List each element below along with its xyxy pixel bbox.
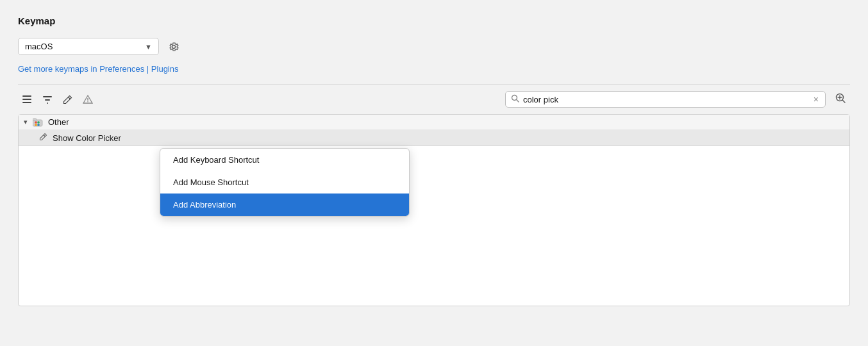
expand-all-icon xyxy=(22,94,32,104)
menu-item-add-abbreviation[interactable]: Add Abbreviation xyxy=(160,194,409,216)
svg-line-9 xyxy=(517,100,519,102)
svg-point-17 xyxy=(37,124,40,126)
clear-search-button[interactable]: × xyxy=(812,95,820,104)
tree-group-other[interactable]: ▾ Other xyxy=(19,115,849,130)
svg-rect-1 xyxy=(22,99,31,100)
collapse-all-button[interactable] xyxy=(38,92,56,107)
chevron-down-icon: ▾ xyxy=(24,118,28,126)
svg-point-16 xyxy=(35,124,37,126)
horizontal-divider xyxy=(18,84,850,85)
warning-icon xyxy=(83,94,93,104)
chevron-down-icon: ▼ xyxy=(145,43,152,51)
svg-rect-6 xyxy=(87,98,88,101)
keymap-selector-row: macOS ▼ xyxy=(18,38,850,55)
gear-icon xyxy=(168,41,179,53)
svg-point-8 xyxy=(512,95,517,101)
svg-rect-5 xyxy=(47,103,48,104)
svg-rect-4 xyxy=(45,99,50,101)
content-area: ▾ Other Show Color Picker Add Keyboard xyxy=(18,114,850,306)
expand-all-button[interactable] xyxy=(18,92,36,107)
menu-item-add-keyboard-shortcut[interactable]: Add Keyboard Shortcut xyxy=(160,149,409,171)
folder-icon xyxy=(33,118,43,127)
keymap-selected-value: macOS xyxy=(25,42,53,51)
svg-point-14 xyxy=(35,121,37,124)
search-input[interactable] xyxy=(523,95,808,104)
page-title: Keymap xyxy=(18,15,850,26)
tree-item-show-color-picker[interactable]: Show Color Picker xyxy=(19,130,849,146)
toolbar-row: × xyxy=(18,90,850,109)
find-usages-button[interactable] xyxy=(831,90,850,109)
item-label-show-color-picker: Show Color Picker xyxy=(53,133,121,143)
keymap-dropdown[interactable]: macOS ▼ xyxy=(18,38,159,55)
edit-button[interactable] xyxy=(59,92,76,107)
menu-item-add-mouse-shortcut[interactable]: Add Mouse Shortcut xyxy=(160,171,409,194)
svg-point-15 xyxy=(37,121,40,124)
svg-rect-13 xyxy=(33,119,37,120)
search-box: × xyxy=(505,91,826,108)
svg-line-11 xyxy=(843,101,846,103)
svg-rect-0 xyxy=(22,95,31,97)
svg-rect-3 xyxy=(43,96,52,97)
find-usages-icon xyxy=(835,92,846,104)
pencil-icon xyxy=(63,95,72,104)
group-label-other: Other xyxy=(48,117,69,127)
gear-button[interactable] xyxy=(165,38,182,55)
warning-button[interactable] xyxy=(79,92,97,107)
svg-rect-2 xyxy=(22,102,31,103)
context-menu: Add Keyboard Shortcut Add Mouse Shortcut… xyxy=(160,148,410,217)
pencil-icon xyxy=(39,133,47,143)
search-icon xyxy=(511,94,519,104)
svg-rect-7 xyxy=(87,101,88,102)
collapse-all-icon xyxy=(42,94,53,104)
get-more-keymaps-link[interactable]: Get more keymaps in Preferences | Plugin… xyxy=(18,64,179,74)
